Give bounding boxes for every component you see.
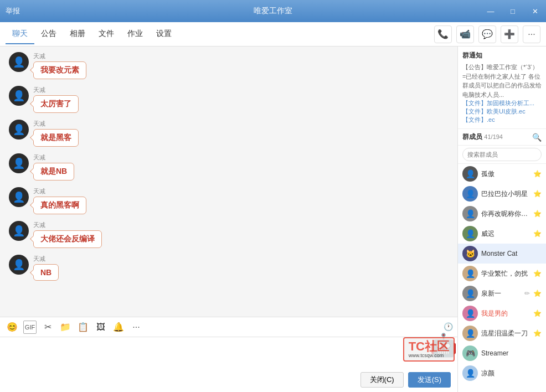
members-title: 群成员 41/194	[462, 132, 503, 142]
message-row: 👤天减我要改元素	[9, 52, 449, 79]
message-input[interactable]	[7, 342, 451, 375]
message-content: 天减真的黑客啊	[33, 187, 86, 214]
input-toolbar: 😊 GIF ✂ 📁 📋 🖼 🔔 ···	[0, 317, 457, 337]
member-item[interactable]: 👤我是男的⭐	[458, 303, 546, 323]
message-row: 👤天减就是NB	[9, 153, 449, 180]
member-item[interactable]: 🎮Streamer	[458, 343, 546, 363]
member-avatar: 👤	[462, 266, 478, 281]
folder-icon[interactable]: 📁	[59, 321, 72, 334]
report-button[interactable]: 举报	[6, 0, 20, 22]
menu-bar: 聊天 公告 相册 文件 作业 设置 📞 📹 💬 ➕ ···	[0, 22, 546, 47]
input-area: 关闭(C) 发送(S)	[0, 337, 457, 392]
member-avatar: 👤	[462, 226, 478, 241]
avatar: 👤	[9, 221, 29, 241]
member-name: 我是男的	[481, 309, 530, 318]
notice-link-1[interactable]: 【文件】欧美UI皮肤.ec	[462, 107, 542, 116]
message-row: 👤天减真的黑客啊	[9, 187, 449, 214]
chat-area: 👤天减我要改元素👤天减太厉害了👤天减就是黑客👤天减就是NB👤天减真的黑客啊👤天减…	[0, 47, 457, 392]
close-chat-button[interactable]: 关闭(C)	[360, 372, 404, 388]
main-area: 👤天减我要改元素👤天减太厉害了👤天减就是黑客👤天减就是NB👤天减真的黑客啊👤天减…	[0, 47, 546, 392]
member-name: 泉新一	[481, 289, 521, 298]
member-star-icon[interactable]: ⭐	[533, 210, 542, 218]
send-button[interactable]: 发送(S)	[408, 372, 451, 388]
menu-file[interactable]: 文件	[92, 24, 121, 44]
member-avatar: 👤	[462, 306, 478, 321]
member-avatar: 🎮	[462, 345, 478, 361]
member-star-icon[interactable]: ⭐	[533, 310, 542, 317]
member-item[interactable]: 👤你再改昵称你是鬼⭐	[458, 204, 546, 224]
emoji-icon[interactable]: 😊	[6, 321, 19, 334]
menu-album[interactable]: 相册	[63, 24, 92, 44]
gif-icon[interactable]: GIF	[23, 321, 37, 334]
phone-icon-btn[interactable]: 📞	[434, 25, 452, 43]
more-icon-btn[interactable]: ···	[523, 25, 540, 43]
search-members-input[interactable]	[462, 148, 542, 161]
member-star-icon[interactable]: ⭐	[533, 329, 542, 337]
menu-notice[interactable]: 公告	[34, 24, 63, 44]
member-name: 威迟	[481, 229, 530, 239]
member-name: 巴拉巴拉小明星	[481, 189, 530, 199]
maximize-button[interactable]: □	[502, 0, 524, 22]
member-avatar: 👤	[462, 166, 478, 182]
chat-icon-btn[interactable]: 💬	[478, 25, 496, 43]
member-star-icon[interactable]: ⭐	[533, 270, 542, 277]
message-bubble: 我要改元素	[33, 61, 86, 79]
member-star-icon[interactable]: ⭐	[533, 170, 542, 178]
member-item[interactable]: 👤巴拉巴拉小明星⭐	[458, 184, 546, 204]
avatar: 👤	[9, 120, 29, 140]
notice-link-2[interactable]: 【文件】.ec	[462, 116, 542, 124]
message-sender: 天减	[33, 120, 79, 128]
group-notice: 群通知 【公告】唯爱工作室（*ˊ3ˋ）=已经在制作之家人扯了 各位群成员可以把自…	[458, 47, 546, 129]
member-item[interactable]: 👤凉颜	[458, 363, 546, 383]
time-icon[interactable]: 🕐	[444, 322, 453, 331]
messages-container[interactable]: 👤天减我要改元素👤天减太厉害了👤天减就是黑客👤天减就是NB👤天减真的黑客啊👤天减…	[0, 47, 457, 317]
message-content: 天减就是黑客	[33, 120, 79, 147]
minimize-button[interactable]: —	[480, 0, 502, 22]
title-bar: 举报 唯爱工作室 — □ ✕	[0, 0, 546, 22]
add-icon-btn[interactable]: ➕	[501, 25, 518, 43]
member-name: 凉颜	[481, 369, 542, 378]
scissors-icon[interactable]: ✂	[41, 321, 54, 334]
avatar: 👤	[9, 86, 29, 106]
member-star-icon[interactable]: ⭐	[533, 190, 542, 198]
app-title: 唯爱工作室	[254, 6, 292, 16]
menu-homework[interactable]: 作业	[121, 24, 150, 44]
member-item[interactable]: 👤孤傲⭐	[458, 164, 546, 184]
message-row: 👤天减就是黑客	[9, 120, 449, 147]
more-toolbar-icon[interactable]: ···	[130, 321, 143, 334]
member-star-icon[interactable]: ⭐	[533, 290, 542, 297]
member-name: 你再改昵称你是鬼	[481, 209, 530, 219]
message-row: 👤天减大佬还会反编译	[9, 221, 449, 248]
message-sender: 天减	[33, 153, 74, 162]
input-buttons: 关闭(C) 发送(S)	[360, 372, 451, 388]
notice-link-0[interactable]: 【文件】加固模块分析工...	[462, 99, 542, 107]
message-content: 天减太厉害了	[33, 86, 79, 113]
member-item[interactable]: 👤威迟⭐	[458, 224, 546, 244]
member-item[interactable]: 👤流星泪温柔一刀⭐	[458, 323, 546, 343]
menu-chat[interactable]: 聊天	[6, 24, 34, 44]
window-controls: — □ ✕	[480, 0, 546, 22]
members-header: 群成员 41/194 🔍	[458, 129, 546, 146]
menu-settings[interactable]: 设置	[150, 24, 178, 44]
avatar: 👤	[9, 255, 29, 275]
avatar: 👤	[9, 153, 29, 173]
notice-title: 群通知	[462, 51, 542, 60]
message-content: 天减大佬还会反编译	[33, 221, 102, 248]
message-sender: 天减	[33, 52, 86, 60]
member-star-icon[interactable]: ⭐	[533, 230, 542, 238]
member-edit-icon[interactable]: ✏	[524, 290, 530, 297]
close-button[interactable]: ✕	[524, 0, 546, 22]
video-icon-btn[interactable]: 📹	[456, 25, 474, 43]
message-sender: 天减	[33, 255, 59, 263]
search-members-icon[interactable]: 🔍	[532, 133, 542, 142]
clipboard-icon[interactable]: 📋	[76, 321, 90, 334]
member-name: 流星泪温柔一刀	[481, 329, 530, 338]
message-sender: 天减	[33, 221, 102, 229]
member-item[interactable]: 🐱Monster Cat	[458, 244, 546, 264]
member-item[interactable]: 👤学业繁忙，勿扰⭐	[458, 264, 546, 283]
bell-icon[interactable]: 🔔	[112, 321, 125, 334]
member-item[interactable]: 👤泉新一✏⭐	[458, 283, 546, 303]
image-icon[interactable]: 🖼	[94, 321, 107, 334]
member-name: 学业繁忙，勿扰	[481, 269, 530, 278]
member-avatar: 👤	[462, 365, 478, 381]
